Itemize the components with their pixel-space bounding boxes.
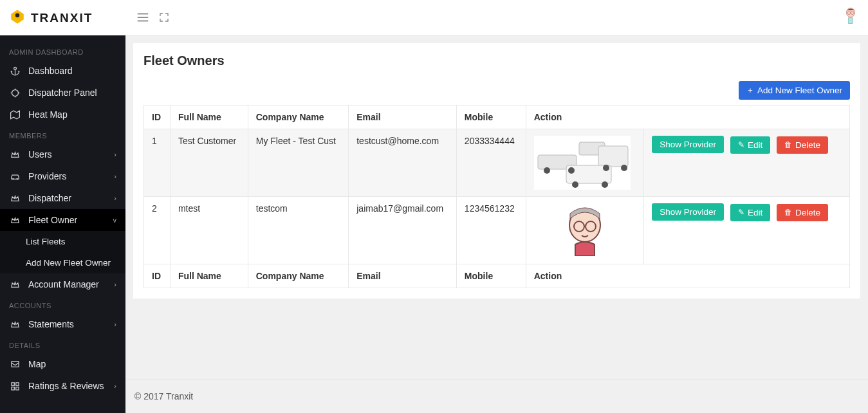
svg-point-10 (17, 178, 17, 179)
button-label: Add New Fleet Owner (757, 86, 842, 95)
sidebar-item-heat-map[interactable]: Heat Map (0, 104, 125, 125)
sidebar-submenu-fleet-owner: List Fleets Add New Fleet Owner (0, 231, 125, 273)
sidebar-item-fleet-owner[interactable]: Fleet Owner v (0, 209, 125, 231)
sidebar-subitem-add-new-fleet-owner[interactable]: Add New Fleet Owner (0, 252, 125, 273)
svg-point-1 (14, 67, 16, 69)
chevron-right-icon: › (114, 151, 116, 158)
plus-icon: ＋ (746, 85, 754, 96)
pencil-icon: ✎ (738, 140, 744, 149)
col-full-name[interactable]: Full Name (170, 106, 248, 129)
sidebar-item-ratings-reviews[interactable]: Ratings & Reviews › (0, 375, 125, 397)
svg-point-33 (621, 165, 627, 171)
cell-mobile: 1234561232 (456, 197, 526, 264)
sidebar-item-label: Fleet Owner (28, 215, 77, 225)
avatar-image-icon (562, 205, 607, 256)
sidebar-subitem-list-fleets[interactable]: List Fleets (0, 231, 125, 252)
svg-rect-15 (15, 387, 18, 389)
hamburger-icon (136, 10, 150, 24)
button-label: Edit (748, 208, 762, 217)
col-email[interactable]: Email (349, 106, 457, 129)
sidebar-item-label: Users (28, 149, 52, 160)
target-icon (9, 88, 21, 98)
table-footer-row: ID Full Name Company Name Email Mobile A… (144, 264, 850, 288)
col-mobile[interactable]: Mobile (456, 106, 526, 129)
brand[interactable]: TRANXIT (0, 0, 125, 35)
delete-button[interactable]: 🗑Delete (777, 204, 828, 221)
nav-section-details: DETAILS (0, 335, 125, 353)
toggle-sidebar-button[interactable] (136, 10, 150, 24)
chevron-down-icon: v (113, 216, 117, 224)
show-provider-button[interactable]: Show Provider (652, 136, 724, 153)
main: Fleet Owners ＋ Add New Fleet Owner ID Fu… (125, 0, 868, 413)
cell-thumb (526, 197, 644, 264)
svg-point-9 (12, 178, 13, 179)
nav-section-admin: ADMIN DASHBOARD (0, 42, 125, 60)
sidebar-subitem-label: List Fleets (26, 237, 66, 246)
fleet-owners-table: ID Full Name Company Name Email Mobile A… (143, 105, 850, 288)
add-new-fleet-owner-button[interactable]: ＋ Add New Fleet Owner (739, 81, 850, 100)
sidebar-item-dispatcher-panel[interactable]: Dispatcher Panel (0, 82, 125, 104)
chevron-right-icon: › (114, 320, 116, 328)
car-icon (9, 172, 21, 181)
sidebar-item-users[interactable]: Users › (0, 143, 125, 165)
vehicles-image-icon (534, 136, 631, 190)
avatar-icon (844, 7, 858, 25)
table-row: 2 mtest testcom jaimab17@gmail.com 12345… (144, 197, 850, 264)
show-provider-button[interactable]: Show Provider (652, 203, 724, 221)
button-label: Show Provider (660, 207, 716, 217)
active-pointer-icon (125, 216, 129, 224)
button-label: Edit (748, 140, 762, 150)
cell-actions: Show Provider ✎Edit 🗑Delete (644, 197, 850, 264)
button-label: Show Provider (660, 140, 716, 149)
fullscreen-button[interactable] (159, 12, 169, 23)
sidebar: TRANXIT ADMIN DASHBOARD Dashboard Dispat… (0, 0, 125, 413)
sidebar-subitem-label: Add New Fleet Owner (26, 258, 111, 268)
sidebar-item-dispatcher[interactable]: Dispatcher › (0, 187, 125, 209)
edit-button[interactable]: ✎Edit (730, 136, 770, 154)
chevron-right-icon: › (114, 382, 116, 390)
sidebar-item-account-manager[interactable]: Account Manager › (0, 273, 125, 295)
col-action: Action (526, 106, 849, 129)
anchor-icon (9, 66, 21, 76)
sidebar-item-map[interactable]: Map (0, 353, 125, 375)
delete-button[interactable]: 🗑Delete (777, 136, 828, 154)
sidebar-item-statements[interactable]: Statements › (0, 313, 125, 335)
col-company[interactable]: Company Name (248, 106, 348, 129)
sidebar-item-label: Dispatcher Panel (28, 87, 97, 98)
crown-icon (9, 194, 21, 203)
cell-thumb (526, 129, 644, 197)
sidebar-item-label: Providers (28, 171, 66, 181)
cell-id: 1 (144, 129, 171, 197)
chevron-right-icon: › (114, 194, 116, 202)
svg-point-3 (12, 89, 18, 96)
cell-full-name: mtest (170, 197, 248, 264)
cell-id: 2 (144, 197, 171, 264)
edit-button[interactable]: ✎Edit (730, 204, 770, 221)
chevron-right-icon: › (114, 280, 116, 288)
nav-section-accounts: ACCOUNTS (0, 295, 125, 313)
button-label: Delete (795, 140, 820, 150)
sidebar-item-dashboard[interactable]: Dashboard (0, 60, 125, 82)
user-menu[interactable] (844, 7, 858, 28)
col-id[interactable]: ID (144, 106, 171, 129)
svg-rect-13 (15, 382, 18, 385)
fcol-mobile: Mobile (456, 264, 526, 288)
crown-icon (9, 320, 21, 329)
content: Fleet Owners ＋ Add New Fleet Owner ID Fu… (125, 35, 868, 379)
sidebar-item-label: Account Manager (28, 279, 99, 289)
svg-marker-8 (10, 111, 19, 119)
footer-text: © 2017 Tranxit (134, 391, 193, 401)
sidebar-item-label: Ratings & Reviews (28, 381, 104, 391)
cell-full-name: Test Customer (170, 129, 248, 197)
sidebar-item-label: Statements (28, 319, 74, 329)
page-title: Fleet Owners (143, 53, 850, 68)
fcol-id: ID (144, 264, 171, 288)
topbar (125, 0, 868, 35)
svg-point-0 (15, 13, 20, 17)
chevron-right-icon: › (114, 172, 116, 180)
nav-section-members: MEMBERS (0, 125, 125, 143)
svg-point-31 (602, 181, 608, 188)
sidebar-item-providers[interactable]: Providers › (0, 165, 125, 187)
expand-icon (159, 12, 169, 23)
sidebar-item-label: Map (28, 359, 46, 369)
